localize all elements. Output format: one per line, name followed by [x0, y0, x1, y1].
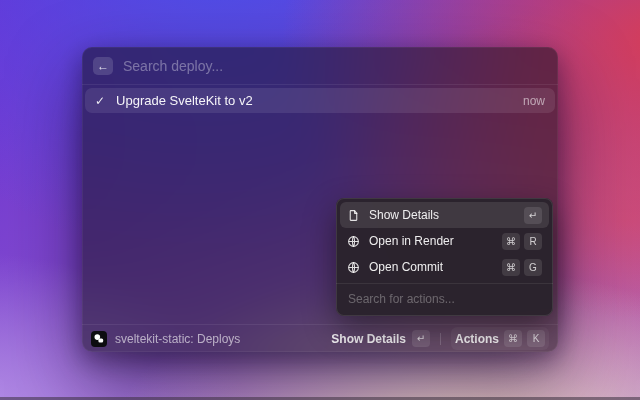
shortcut-keys: ⌘ R	[502, 233, 542, 250]
menu-item-open-commit[interactable]: Open Commit ⌘ G	[340, 254, 549, 280]
render-logo-icon	[91, 331, 107, 347]
menu-item-open-in-render[interactable]: Open in Render ⌘ R	[340, 228, 549, 254]
shortcut-keys: ↵	[524, 207, 542, 224]
results-list: ✓ Upgrade SvelteKit to v2 now	[82, 85, 558, 116]
g-key-badge: G	[524, 259, 542, 276]
list-item-label: Upgrade SvelteKit to v2	[116, 93, 253, 108]
menu-item-label: Open Commit	[369, 260, 443, 274]
footer-divider	[440, 333, 441, 345]
footer-actions: Show Details ↵ Actions ⌘ K	[331, 327, 549, 350]
command-key-badge: ⌘	[502, 233, 520, 250]
command-key-badge: ⌘	[502, 259, 520, 276]
return-key-badge: ↵	[412, 330, 430, 347]
actions-search-input[interactable]	[340, 284, 549, 312]
menu-item-label: Open in Render	[369, 234, 454, 248]
shortcut-keys: ⌘ G	[502, 259, 542, 276]
return-key-badge: ↵	[524, 207, 542, 224]
menu-item-label: Show Details	[369, 208, 439, 222]
checkmark-icon: ✓	[95, 94, 105, 108]
list-item-timestamp: now	[523, 94, 545, 108]
globe-icon	[347, 235, 360, 248]
actions-button-label: Actions	[455, 332, 499, 346]
command-palette: ← ✓ Upgrade SvelteKit to v2 now Show Det…	[82, 47, 558, 352]
search-header: ←	[82, 47, 558, 85]
back-button[interactable]: ←	[93, 57, 113, 75]
command-key-badge: ⌘	[504, 330, 522, 347]
context-label: sveltekit-static: Deploys	[115, 332, 240, 346]
menu-item-show-details[interactable]: Show Details ↵	[340, 202, 549, 228]
search-input[interactable]	[123, 58, 547, 74]
k-key-badge: K	[527, 330, 545, 347]
list-item-upgrade-sveltekit[interactable]: ✓ Upgrade SvelteKit to v2 now	[85, 88, 555, 113]
globe-icon	[347, 261, 360, 274]
back-arrow-icon: ←	[97, 57, 109, 75]
r-key-badge: R	[524, 233, 542, 250]
actions-button[interactable]: Actions ⌘ K	[451, 327, 549, 350]
actions-menu: Show Details ↵ Open in Render ⌘ R	[336, 198, 553, 316]
document-icon	[347, 209, 360, 222]
status-bar: sveltekit-static: Deploys Show Details ↵…	[82, 324, 558, 352]
primary-action-button[interactable]: Show Details	[331, 332, 406, 346]
